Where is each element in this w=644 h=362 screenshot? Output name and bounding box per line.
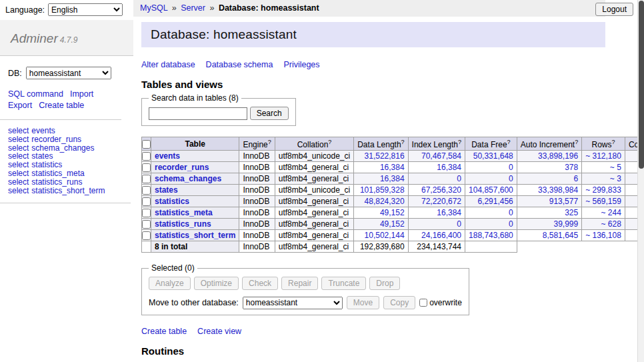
row-checkbox-statistics[interactable]	[142, 197, 151, 206]
rows-value-link[interactable]: ~ 5	[610, 163, 621, 172]
table-link-events[interactable]: events	[31, 126, 55, 135]
index-length-value-link[interactable]: 24,166,400	[421, 231, 461, 240]
auto-increment-value-link[interactable]: 378	[565, 163, 578, 172]
sidebar-link-create-table[interactable]: Create table	[39, 100, 84, 111]
db-select[interactable]: homeassistant	[26, 67, 111, 79]
index-length-value-link[interactable]: 0	[457, 219, 461, 229]
table-name-link-statistics-runs[interactable]: statistics_runs	[155, 219, 211, 229]
auto-increment-value-link[interactable]: 8,581,645	[543, 231, 578, 240]
auto-increment-value-link[interactable]: 325	[565, 208, 578, 217]
data-free-value-link[interactable]: 50,331,648	[473, 151, 513, 161]
rows-value-link[interactable]: ~ 628	[601, 219, 621, 229]
create-view-link[interactable]: Create view	[197, 327, 241, 336]
collation-cell: utf8mb4_general_ci	[275, 230, 353, 241]
rows-value-link[interactable]: ~ 299,833	[585, 185, 621, 195]
table-link-recorder-runs[interactable]: recorder_runs	[31, 135, 81, 144]
data-length-value-link[interactable]: 16,384	[380, 163, 405, 172]
select-all-checkbox[interactable]	[142, 140, 151, 149]
index-length-value-link[interactable]: 0	[457, 174, 461, 183]
table-link-statistics-runs[interactable]: statistics_runs	[31, 177, 82, 187]
search-input[interactable]	[149, 107, 247, 120]
logout-button[interactable]: Logout	[595, 3, 633, 16]
table-link-statistics-meta[interactable]: statistics_meta	[31, 169, 84, 178]
data-free-value-link[interactable]: 6,291,456	[477, 197, 513, 206]
row-checkbox-recorder-runs[interactable]	[142, 163, 151, 172]
rows-value-link[interactable]: ~ 136,108	[585, 231, 621, 240]
vertical-scrollbar[interactable]	[637, 0, 644, 362]
row-checkbox-statistics-runs[interactable]	[142, 220, 151, 229]
data-length-value-link[interactable]: 49,152	[380, 208, 405, 217]
table-name-link-statistics-meta[interactable]: statistics_meta	[155, 208, 213, 217]
sidebar-link-export[interactable]: Export	[8, 100, 32, 111]
copy-button[interactable]: Copy	[383, 296, 415, 309]
table-name-link-statistics-short-term[interactable]: statistics_short_term	[155, 231, 235, 240]
auto-increment-value-link[interactable]: 33,898,196	[538, 151, 578, 161]
table-link-statistics-short-term[interactable]: statistics_short_term	[31, 186, 105, 195]
data-free-value-link[interactable]: 0	[509, 208, 513, 217]
index-length-value-link[interactable]: 16,384	[437, 163, 461, 172]
row-checkbox-statistics-short-term[interactable]	[142, 231, 151, 240]
analyze-button[interactable]: Analyze	[149, 277, 191, 290]
index-length-value-link[interactable]: 72,220,672	[421, 197, 461, 206]
search-button[interactable]: Search	[250, 107, 289, 120]
index-length-value-link[interactable]: 70,467,584	[421, 151, 461, 161]
table-name-link-schema-changes[interactable]: schema_changes	[155, 174, 221, 183]
alter-database-link[interactable]: Alter database	[141, 60, 195, 69]
rows-value-link[interactable]: ~ 3	[610, 174, 621, 183]
auto-increment-value-link[interactable]: 33,398,984	[538, 185, 578, 195]
data-free-value-link[interactable]: 104,857,600	[469, 185, 513, 195]
drop-button[interactable]: Drop	[369, 277, 400, 290]
data-length-value-link[interactable]: 101,859,328	[360, 185, 405, 195]
privileges-link[interactable]: Privileges	[283, 60, 319, 69]
row-checkbox-schema-changes[interactable]	[142, 175, 151, 183]
optimize-button[interactable]: Optimize	[194, 277, 239, 290]
rows-value-link[interactable]: ~ 312,180	[585, 151, 621, 161]
breadcrumb-link-server[interactable]: Server	[181, 3, 205, 13]
data-free-value-link[interactable]: 0	[509, 163, 513, 172]
database-schema-link[interactable]: Database schema	[206, 60, 273, 69]
data-free-value-link[interactable]: 0	[509, 219, 513, 229]
auto-increment-value-link[interactable]: 913,577	[549, 197, 578, 206]
select-link-statistics-short-term[interactable]: select	[8, 186, 29, 195]
column-header-table: Table	[151, 137, 239, 151]
rows-value-link[interactable]: ~ 569,159	[585, 197, 621, 206]
data-length-value-link[interactable]: 31,522,816	[365, 151, 405, 161]
data-free-value-link[interactable]: 188,743,680	[469, 231, 513, 240]
sidebar-link-sql-command[interactable]: SQL command	[8, 89, 63, 100]
table-name-link-statistics[interactable]: statistics	[155, 197, 189, 206]
table-name-link-states[interactable]: states	[155, 185, 178, 195]
move-db-select[interactable]: homeassistant	[243, 297, 343, 309]
rows-value-link[interactable]: ~ 244	[601, 208, 621, 217]
engine-cell: InnoDB	[239, 219, 275, 230]
row-checkbox-states[interactable]	[142, 186, 151, 195]
data-length-value-link[interactable]: 48,824,320	[365, 197, 405, 206]
select-link-statistics-meta[interactable]: select	[8, 169, 29, 178]
create-table-link[interactable]: Create table	[141, 327, 187, 336]
truncate-button[interactable]: Truncate	[321, 277, 366, 290]
table-name-link-recorder-runs[interactable]: recorder_runs	[155, 163, 209, 172]
select-link-events[interactable]: select	[8, 126, 29, 135]
auto-increment-value-link[interactable]: 39,999	[553, 219, 578, 229]
row-checkbox-events[interactable]	[142, 152, 151, 161]
breadcrumb-link-mysql[interactable]: MySQL	[140, 3, 167, 13]
index-length-value-link[interactable]: 16,384	[437, 208, 461, 217]
select-link-recorder-runs[interactable]: select	[8, 135, 29, 144]
data-length-value-link[interactable]: 16,384	[380, 174, 405, 183]
data-free-value-link[interactable]: 0	[509, 174, 513, 183]
data-length-value-link[interactable]: 10,502,144	[365, 231, 405, 240]
overwrite-checkbox[interactable]	[419, 299, 427, 307]
repair-button[interactable]: Repair	[281, 277, 318, 290]
column-header-data-length: Data Length?	[354, 137, 408, 151]
index-length-value-link[interactable]: 67,256,320	[421, 185, 461, 195]
language-select[interactable]: English	[48, 3, 123, 16]
auto-increment-value-link[interactable]: 6	[573, 174, 578, 183]
scrollbar-thumb[interactable]	[639, 1, 644, 169]
breadcrumb-current: Database: homeassistant	[219, 3, 319, 13]
sidebar-link-import[interactable]: Import	[70, 89, 93, 100]
check-button[interactable]: Check	[242, 277, 278, 290]
table-name-link-events[interactable]: events	[155, 151, 180, 161]
row-checkbox-statistics-meta[interactable]	[142, 209, 151, 217]
select-link-statistics-runs[interactable]: select	[8, 177, 29, 187]
data-length-value-link[interactable]: 49,152	[380, 219, 405, 229]
move-button[interactable]: Move	[347, 296, 379, 309]
